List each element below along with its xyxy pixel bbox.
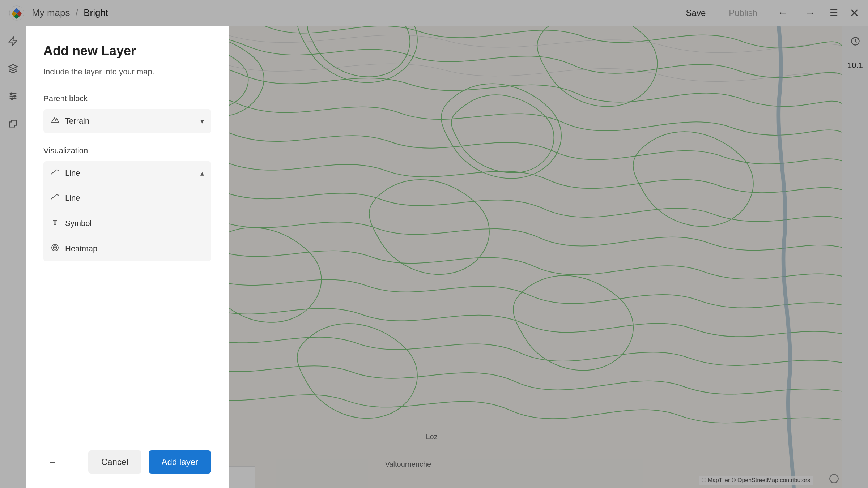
vis-option-symbol-label: Symbol bbox=[65, 219, 92, 228]
visualization-container: Line ▴ Line T bbox=[43, 161, 211, 261]
modal-overlay: Add new Layer Include the layer into you… bbox=[0, 0, 868, 488]
parent-block-label: Parent block bbox=[43, 94, 211, 103]
terrain-icon bbox=[51, 116, 59, 127]
line-icon bbox=[51, 193, 59, 204]
parent-block-value: Terrain bbox=[65, 116, 200, 126]
svg-text:T: T bbox=[53, 219, 57, 226]
modal-title: Add new Layer bbox=[43, 43, 211, 59]
add-layer-modal: Add new Layer Include the layer into you… bbox=[26, 26, 229, 488]
visualization-dropdown: Line T Symbol bbox=[43, 185, 211, 261]
line-icon-selected bbox=[51, 168, 59, 179]
chevron-down-icon: ▾ bbox=[200, 117, 204, 125]
vis-option-line-label: Line bbox=[65, 193, 80, 203]
vis-option-heatmap[interactable]: Heatmap bbox=[43, 236, 211, 261]
parent-block-select[interactable]: Terrain ▾ bbox=[43, 109, 211, 133]
add-layer-button[interactable]: Add layer bbox=[149, 450, 211, 474]
visualization-select[interactable]: Line ▴ bbox=[43, 161, 211, 185]
vis-option-symbol[interactable]: T Symbol bbox=[43, 211, 211, 236]
vis-option-heatmap-label: Heatmap bbox=[65, 244, 97, 253]
symbol-icon: T bbox=[51, 218, 59, 229]
svg-point-14 bbox=[55, 247, 55, 248]
chevron-up-icon: ▴ bbox=[200, 169, 204, 177]
modal-footer: ← Cancel Add layer bbox=[43, 450, 211, 474]
visualization-label: Visualization bbox=[43, 146, 211, 155]
vis-option-line[interactable]: Line bbox=[43, 185, 211, 211]
back-button[interactable]: ← bbox=[43, 452, 61, 472]
cancel-button[interactable]: Cancel bbox=[88, 450, 141, 474]
visualization-selected-value: Line bbox=[65, 168, 200, 178]
modal-subtitle: Include the layer into your map. bbox=[43, 67, 211, 77]
heatmap-icon bbox=[51, 243, 59, 254]
